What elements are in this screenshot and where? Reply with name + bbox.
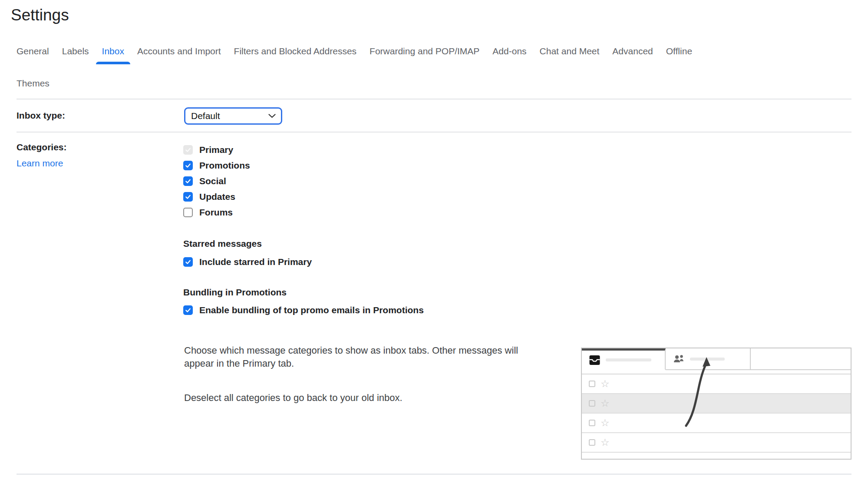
check-icon [185, 193, 191, 200]
checkbox-forums[interactable] [183, 208, 193, 217]
tab-filters-and-blocked-addresses[interactable]: Filters and Blocked Addresses [234, 45, 356, 57]
placeholder-bar [606, 358, 651, 361]
checkbox-updates[interactable] [183, 192, 193, 202]
divider-under-tabs [17, 99, 851, 99]
star-outline-icon: ☆ [601, 418, 610, 428]
tab-offline[interactable]: Offline [666, 45, 692, 57]
tab-accounts-and-import[interactable]: Accounts and Import [137, 45, 221, 57]
checkbox-outline-icon [589, 400, 595, 407]
category-option-row: Forums [183, 205, 250, 220]
illustration-email-row: ☆ [582, 433, 851, 453]
check-icon [185, 258, 191, 265]
tab-forwarding-and-pop-imap[interactable]: Forwarding and POP/IMAP [370, 45, 479, 57]
inbox-type-label: Inbox type: [17, 110, 65, 121]
category-checkbox-list: PrimaryPromotionsSocialUpdatesForums [183, 142, 250, 220]
check-icon [185, 307, 191, 314]
check-icon [185, 146, 191, 153]
illustration-email-rows: ☆☆☆☆ [582, 374, 851, 453]
tab-add-ons[interactable]: Add-ons [492, 45, 526, 57]
checkbox-outline-icon [589, 381, 595, 387]
categories-description: Choose which message categories to show … [184, 344, 540, 370]
checkbox-outline-icon [589, 439, 595, 446]
tab-labels[interactable]: Labels [62, 45, 89, 57]
illustration-email-row: ☆ [582, 394, 851, 414]
bundling-heading: Bundling in Promotions [183, 287, 287, 298]
illustration-email-row: ☆ [582, 414, 851, 433]
category-option-row: Social [183, 173, 250, 189]
category-option-row: Promotions [183, 158, 250, 173]
illustration-tab-primary [582, 348, 666, 370]
check-icon [185, 162, 191, 169]
settings-tabs-row-1: GeneralLabelsInboxAccounts and ImportFil… [17, 45, 692, 57]
learn-more-link[interactable]: Learn more [17, 158, 63, 169]
divider-under-inbox-type [17, 132, 851, 132]
checkbox-outline-icon [589, 420, 595, 426]
illustration-tab-social [666, 348, 751, 369]
checkbox-promotions[interactable] [183, 161, 193, 170]
starred-messages-heading: Starred messages [183, 238, 262, 249]
tab-advanced[interactable]: Advanced [612, 45, 653, 57]
star-outline-icon: ☆ [601, 437, 610, 447]
people-icon [673, 354, 685, 363]
placeholder-bar [690, 358, 725, 361]
checkbox-include-starred-in-primary[interactable] [183, 257, 193, 267]
deselect-description: Deselect all categories to go back to yo… [184, 391, 540, 404]
category-option-row: Primary [183, 142, 250, 158]
check-icon [185, 178, 191, 185]
starred-option-row: Include starred in Primary [183, 254, 312, 270]
category-label: Updates [199, 192, 235, 202]
category-label: Social [199, 176, 226, 186]
starred-option-label: Include starred in Primary [199, 257, 312, 267]
tab-chat-and-meet[interactable]: Chat and Meet [540, 45, 600, 57]
tab-themes[interactable]: Themes [17, 77, 50, 89]
gmail-settings-page: Settings GeneralLabelsInboxAccounts and … [0, 0, 868, 477]
star-outline-icon: ☆ [601, 398, 610, 408]
checkbox-primary [183, 145, 193, 155]
illustration-tabbar [582, 348, 851, 370]
category-label: Primary [199, 145, 233, 155]
inbox-type-selected-value: Default [191, 111, 220, 121]
bottom-divider [17, 474, 851, 475]
inbox-tabs-illustration: ☆☆☆☆ [581, 348, 851, 460]
inbox-type-select[interactable]: Default [184, 107, 282, 125]
categories-label: Categories: [17, 142, 67, 152]
checkbox-enable-bundling[interactable] [183, 305, 193, 315]
page-title: Settings [11, 6, 69, 24]
category-option-row: Updates [183, 189, 250, 205]
bundling-option-row: Enable bundling of top promo emails in P… [183, 302, 424, 318]
checkbox-social[interactable] [183, 176, 193, 186]
chevron-down-icon [268, 114, 276, 118]
category-label: Forums [199, 207, 233, 218]
bundling-option-label: Enable bundling of top promo emails in P… [199, 305, 424, 315]
tab-general[interactable]: General [17, 45, 49, 57]
star-outline-icon: ☆ [601, 379, 610, 389]
inbox-icon [589, 355, 601, 365]
settings-tabs-row-2: Themes [17, 77, 50, 89]
tab-inbox[interactable]: Inbox [102, 45, 124, 57]
category-label: Promotions [199, 160, 250, 171]
illustration-email-row: ☆ [582, 374, 851, 394]
